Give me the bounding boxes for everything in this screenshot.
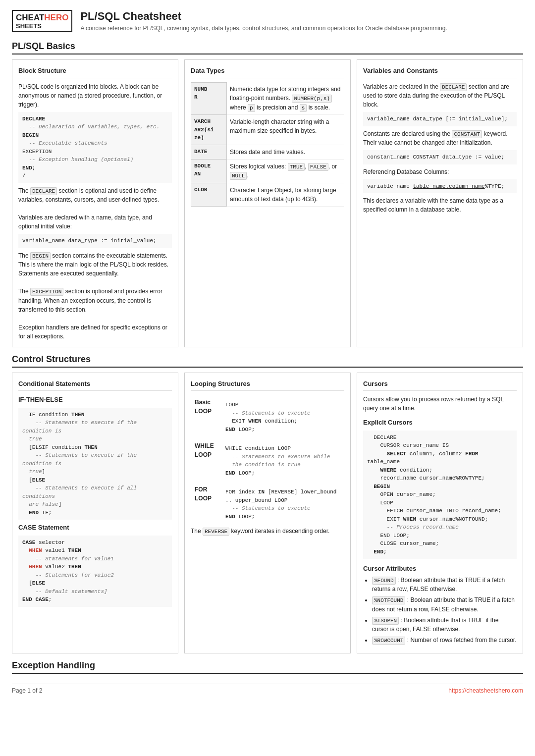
dt-name-2: DATE (191, 145, 227, 159)
reverse-note: The REVERSE keyword iterates in descendi… (191, 527, 344, 536)
const-desc: Constants are declared using the CONSTAN… (363, 129, 517, 148)
explicit-cursors-title: Explicit Cursors (363, 418, 517, 428)
table-row: CLOB Character Large Object, for storing… (191, 183, 345, 206)
basic-loop-label: BasicLOOP (192, 396, 221, 438)
block-intro1: PL/SQL code is organized into blocks. A … (18, 82, 172, 109)
table-row: VARCHAR2(size) Variable-length character… (191, 115, 345, 145)
var-const-desc1: Variables are declared in the DECLARE se… (363, 82, 517, 109)
cursors-card: Cursors Cursors allow you to process row… (357, 373, 523, 653)
cursor-attributes-list: %FOUND : Boolean attribute that is TRUE … (363, 576, 517, 645)
block-structure-card: Block Structure PL/SQL code is organized… (12, 59, 178, 347)
variables-card: Variables and Constants Variables are de… (357, 59, 523, 347)
page-footer: Page 1 of 2 https://cheatsheetshero.com (12, 684, 523, 694)
var-code: variable_name data_type := initial_value… (18, 234, 172, 248)
table-row: BasicLOOP LOOP -- Statements to execute … (192, 396, 343, 438)
cursors-title: Cursors (363, 379, 517, 391)
table-row: DATE Stores date and time values. (191, 145, 345, 159)
list-item: %FOUND : Boolean attribute that is TRUE … (372, 576, 517, 594)
variables-title: Variables and Constants (363, 66, 517, 78)
for-loop-code: FOR index IN [REVERSE] lower_bound .. up… (222, 483, 343, 526)
logo: CHEATHERO SHEETS (12, 10, 72, 32)
control-grid: Conditional Statements IF-THEN-ELSE IF c… (12, 373, 523, 653)
dt-desc-3: Stores logical values: TRUE, FALSE, or N… (227, 159, 345, 183)
page-number: Page 1 of 2 (12, 687, 42, 694)
control-section-title: Control Structures (12, 354, 523, 368)
while-loop-label: WHILELOOP (192, 439, 221, 482)
page-title: PL/SQL Cheatsheet (80, 10, 447, 23)
logo-sheets: SHEETS (16, 23, 68, 29)
data-types-table: NUMBR Numeric data type for storing inte… (191, 82, 344, 207)
table-row: BOOLEAN Stores logical values: TRUE, FAL… (191, 159, 345, 183)
var-desc: Variables are declared with a name, data… (18, 213, 172, 231)
data-types-card: Data Types NUMBR Numeric data type for s… (184, 59, 351, 347)
dt-desc-2: Stores date and time values. (227, 145, 345, 159)
case-label: CASE Statement (18, 523, 172, 533)
dt-desc-1: Variable-length character string with a … (227, 115, 345, 145)
if-label: IF-THEN-ELSE (18, 395, 172, 405)
while-loop-code: WHILE condition LOOP -- Statements to ex… (222, 439, 343, 482)
dt-name-1: VARCHAR2(size) (191, 115, 227, 145)
dt-name-0: NUMBR (191, 82, 227, 115)
handler-desc: Exception handlers are defined for speci… (18, 323, 172, 341)
explicit-cursor-code: DECLARE CURSOR cursor_name IS SELECT col… (363, 431, 517, 559)
dt-name-3: BOOLEAN (191, 159, 227, 183)
conditional-card: Conditional Statements IF-THEN-ELSE IF c… (12, 373, 178, 653)
table-row: FORLOOP FOR index IN [REVERSE] lower_bou… (192, 483, 343, 526)
basics-grid: Block Structure PL/SQL code is organized… (12, 59, 523, 347)
if-code: IF condition THEN -- Statements to execu… (18, 408, 172, 520)
page-subtitle: A concise reference for PL/SQL, covering… (80, 25, 447, 32)
list-item: %ROWCOUNT : Number of rows fetched from … (372, 636, 517, 645)
footer-url[interactable]: https://cheatsheetshero.com (448, 687, 523, 694)
table-row: WHILELOOP WHILE condition LOOP -- Statem… (192, 439, 343, 482)
page-header: CHEATHERO SHEETS PL/SQL Cheatsheet A con… (12, 10, 523, 32)
conditional-title: Conditional Statements (18, 379, 172, 391)
logo-cheat: CHEAT (16, 13, 44, 22)
dt-desc-4: Character Large Object, for storing larg… (227, 183, 345, 206)
ref-title: Referencing Database Columns: (363, 167, 517, 176)
basics-section-title: PL/SQL Basics (12, 41, 523, 54)
for-loop-label: FORLOOP (192, 483, 221, 526)
looping-title: Looping Structures (191, 379, 344, 391)
data-types-title: Data Types (191, 66, 344, 78)
exception-desc: The EXCEPTION section is optional and pr… (18, 287, 172, 314)
declare-desc: The DECLARE section is optional and used… (18, 186, 172, 205)
ref-desc: This declares a variable with the same d… (363, 196, 517, 214)
list-item: %NOTFOUND : Boolean attribute that is TR… (372, 595, 517, 614)
list-item: %ISOPEN : Boolean attribute that is TRUE… (372, 616, 517, 634)
const-code: constant_name CONSTANT data_type := valu… (363, 150, 517, 164)
block-code: DECLARE -- Declaration of variables, typ… (18, 112, 172, 183)
dt-desc-0: Numeric data type for storing integers a… (227, 82, 345, 115)
begin-desc: The BEGIN section contains the executabl… (18, 251, 172, 278)
case-code: CASE selector WHEN value1 THEN -- Statem… (18, 536, 172, 607)
block-structure-title: Block Structure (18, 66, 172, 78)
basic-loop-code: LOOP -- Statements to execute EXIT WHEN … (222, 396, 343, 438)
exception-section-title: Exception Handling (12, 660, 523, 674)
var-const-code: variable_name data_type [:= initial_valu… (363, 112, 517, 126)
cursors-intro: Cursors allow you to process rows return… (363, 395, 517, 413)
logo-hero: HERO (44, 13, 68, 22)
cursor-attributes-title: Cursor Attributes (363, 564, 517, 574)
loop-table: BasicLOOP LOOP -- Statements to execute … (191, 395, 344, 527)
ref-code: variable_name table_name.column_name%TYP… (363, 179, 517, 194)
dt-name-4: CLOB (191, 183, 227, 206)
table-row: NUMBR Numeric data type for storing inte… (191, 82, 345, 115)
header-text: PL/SQL Cheatsheet A concise reference fo… (80, 10, 447, 32)
looping-card: Looping Structures BasicLOOP LOOP -- Sta… (184, 373, 351, 653)
